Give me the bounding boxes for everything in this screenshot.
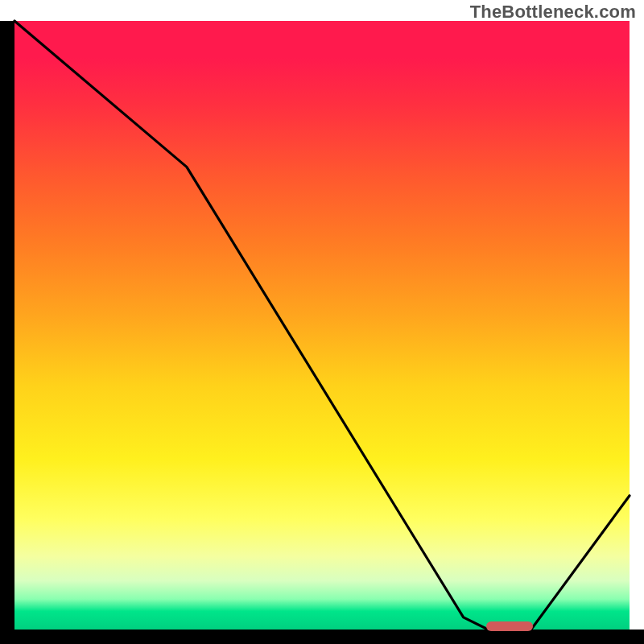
y-axis (0, 21, 14, 630)
watermark-text: TheBottleneck.com (470, 2, 636, 23)
bottleneck-curve-line (14, 21, 630, 630)
optimal-range-marker (486, 621, 532, 631)
x-axis (0, 630, 644, 644)
chart-svg (14, 21, 630, 630)
